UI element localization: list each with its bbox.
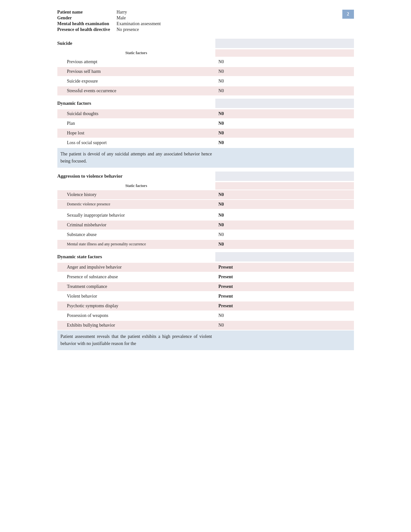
row-value: Present — [215, 301, 354, 310]
aggression-static-row-4: Substance abuse N0 — [57, 230, 354, 239]
directive-label: Presence of health directive — [57, 27, 110, 32]
row-label: Possession of weapons — [57, 311, 215, 320]
row-value: N0 — [215, 240, 354, 249]
header-right: 2 — [342, 10, 354, 19]
aggression-dynamic-row-1: Presence of substance abuse Present — [57, 272, 354, 281]
aggression-static-row-1: Domestic violence presence N0 — [57, 200, 354, 209]
row-value: N0 — [215, 77, 354, 86]
page-number: 2 — [342, 10, 354, 19]
row-value: N0 — [215, 311, 354, 320]
row-label: Stressful events occurrence — [57, 86, 215, 95]
aggression-dynamic-row-6: Exhibits bullying behavior N0 — [57, 321, 354, 330]
row-value: N0 — [215, 190, 354, 199]
aggression-dynamic-header: Dynamic state factors — [57, 252, 354, 261]
suicide-static-right — [215, 49, 354, 57]
row-label: Suicide exposure — [57, 77, 215, 86]
row-value: Present — [215, 272, 354, 281]
aggression-note-row: Patient assessment reveals that the pati… — [57, 330, 354, 350]
suicide-dynamic-row-2: Hope lost N0 — [57, 129, 354, 138]
row-value: N0 — [215, 109, 354, 118]
row-label: Previous attempt — [57, 57, 215, 66]
row-label: Mental state illness and any personality… — [57, 240, 215, 249]
row-value: N0 — [215, 200, 354, 209]
row-value: N0 — [215, 230, 354, 239]
suicide-static-header: Static factors — [57, 49, 354, 57]
row-label: Domestic violence presence — [57, 200, 215, 209]
row-label: Criminal misbehavior — [57, 221, 215, 230]
content: Suicide Static factors Previous attempt … — [57, 39, 354, 350]
suicide-title-right — [215, 39, 354, 48]
row-label: Presence of substance abuse — [57, 272, 215, 281]
row-value: N0 — [215, 67, 354, 76]
suicide-static-row-3: Stressful events occurrence N0 — [57, 86, 354, 95]
aggression-dynamic-title: Dynamic state factors — [57, 252, 215, 261]
gender-label: Gender — [57, 15, 110, 21]
row-value: N0 — [215, 129, 354, 138]
patient-name-label: Patient name — [57, 10, 110, 15]
suicide-static-row-1: Previous self harm N0 — [57, 67, 354, 76]
aggression-dynamic-row-0: Anger and impulsive behavior Present — [57, 263, 354, 272]
row-label: Violent behavior — [57, 292, 215, 301]
row-value: N0 — [215, 211, 354, 220]
row-value: Present — [215, 282, 354, 291]
suicide-static-label: Static factors — [57, 49, 215, 57]
aggression-dynamic-row-2: Treatment compliance Present — [57, 282, 354, 291]
row-label: Substance abuse — [57, 230, 215, 239]
suicide-dynamic-row-0: Suicidal thoughts N0 — [57, 109, 354, 118]
aggression-static-row-3: Criminal misbehavior N0 — [57, 221, 354, 230]
row-value: N0 — [215, 321, 354, 330]
row-label: Hope lost — [57, 129, 215, 138]
aggression-title-right — [215, 172, 354, 181]
aggression-static-header: Static factors — [57, 182, 354, 190]
row-label: Anger and impulsive behavior — [57, 263, 215, 272]
suicide-note-text: The patient is devoid of any suicidal at… — [57, 148, 215, 168]
aggression-static-row-5: Mental state illness and any personality… — [57, 240, 354, 249]
suicide-dynamic-right — [215, 99, 354, 108]
aggression-title: Aggression to violence behavior — [57, 172, 215, 181]
suicide-dynamic-header: Dynamic factors — [57, 99, 354, 108]
row-value: N0 — [215, 119, 354, 128]
page-container: Patient name Harry Gender Male Mental he… — [51, 0, 360, 361]
suicide-dynamic-row-1: Plan N0 — [57, 119, 354, 128]
directive-value: No presence — [116, 27, 161, 32]
suicide-note-row: The patient is devoid of any suicidal at… — [57, 148, 354, 168]
row-label: Suicidal thoughts — [57, 109, 215, 118]
patient-name-value: Harry — [116, 10, 161, 15]
suicide-static-row-0: Previous attempt N0 — [57, 57, 354, 66]
row-label: Violence history — [57, 190, 215, 199]
row-value: Present — [215, 263, 354, 272]
aggression-dynamic-row-5: Possession of weapons N0 — [57, 311, 354, 320]
exam-value: Examination assessment — [116, 21, 161, 26]
header-left: Patient name Harry Gender Male Mental he… — [57, 10, 161, 32]
suicide-section-header: Suicide — [57, 39, 354, 48]
suicide-static-row-2: Suicide exposure N0 — [57, 77, 354, 86]
aggression-section-header: Aggression to violence behavior — [57, 172, 354, 181]
aggression-note-right — [215, 330, 354, 350]
row-value: N0 — [215, 86, 354, 95]
suicide-note-right — [215, 148, 354, 168]
suicide-dynamic-title: Dynamic factors — [57, 99, 215, 108]
row-label: Sexually inappropriate behavior — [57, 211, 215, 220]
aggression-dynamic-row-4: Psychotic symptoms display Present — [57, 301, 354, 310]
row-label: Loss of social support — [57, 138, 215, 147]
row-label: Treatment compliance — [57, 282, 215, 291]
row-value: N0 — [215, 57, 354, 66]
aggression-static-row-2: Sexually inappropriate behavior N0 — [57, 211, 354, 220]
header: Patient name Harry Gender Male Mental he… — [57, 10, 354, 32]
suicide-title: Suicide — [57, 39, 215, 48]
aggression-static-label: Static factors — [57, 182, 215, 190]
exam-label: Mental health examination — [57, 21, 110, 26]
aggression-static-right — [215, 182, 354, 190]
row-label: Plan — [57, 119, 215, 128]
aggression-note-text: Patient assessment reveals that the pati… — [57, 330, 215, 350]
row-value: N0 — [215, 221, 354, 230]
aggression-dynamic-row-3: Violent behavior Present — [57, 292, 354, 301]
suicide-dynamic-row-3: Loss of social support N0 — [57, 138, 354, 147]
row-label: Previous self harm — [57, 67, 215, 76]
row-value: Present — [215, 292, 354, 301]
gender-value: Male — [116, 15, 161, 21]
row-value: N0 — [215, 138, 354, 147]
row-label: Exhibits bullying behavior — [57, 321, 215, 330]
aggression-static-row-0: Violence history N0 — [57, 190, 354, 199]
aggression-dynamic-right — [215, 252, 354, 261]
